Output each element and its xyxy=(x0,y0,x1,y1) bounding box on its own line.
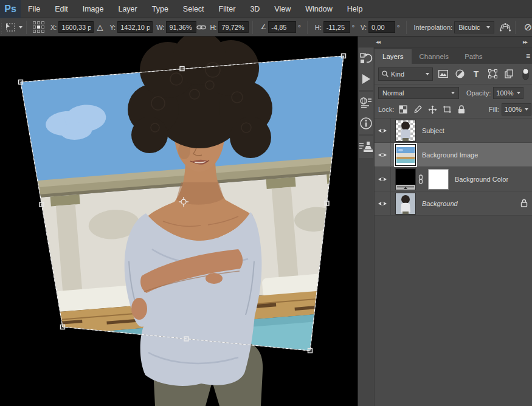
menu-bar: Ps File Edit Image Layer Type Select Fil… xyxy=(0,0,532,18)
layer-lock-icon xyxy=(520,199,528,208)
y-position-input[interactable] xyxy=(117,21,153,33)
cancel-transform-button[interactable]: ⊘ xyxy=(524,21,532,33)
x-label: X: xyxy=(50,24,57,31)
handle-top-left xyxy=(19,80,23,84)
fill-layer-thumbnail[interactable] xyxy=(395,168,416,190)
libraries-panel-icon[interactable] xyxy=(359,95,373,110)
menu-select[interactable]: Select xyxy=(176,0,212,18)
maintain-aspect-ratio-link-icon[interactable] xyxy=(196,20,206,35)
filter-pixel-layers-icon[interactable] xyxy=(437,68,449,80)
blend-mode-row: Normal Opacity: 100% xyxy=(375,84,532,101)
menu-file[interactable]: File xyxy=(21,0,47,18)
degree-symbol: ° xyxy=(298,24,300,31)
layers-panel-empty-area xyxy=(375,216,532,406)
chevron-down-icon xyxy=(451,92,455,94)
vskew-label: V: xyxy=(361,24,367,31)
tool-presets-panel-icon[interactable] xyxy=(359,140,373,154)
visibility-eye-icon[interactable] xyxy=(375,119,391,143)
layer-row-background-image[interactable]: Background Image xyxy=(375,143,532,167)
vertical-skew-input[interactable] xyxy=(368,21,395,33)
tab-paths[interactable]: Paths xyxy=(457,49,490,64)
chevron-down-icon xyxy=(486,26,490,29)
fill-value-dropdown[interactable]: 100% xyxy=(502,103,531,115)
info-panel-icon[interactable] xyxy=(359,116,373,131)
menu-window[interactable]: Window xyxy=(298,0,339,18)
history-panel-icon[interactable] xyxy=(359,51,373,66)
layer-thumbnail[interactable] xyxy=(395,193,416,215)
menu-view[interactable]: View xyxy=(267,0,298,18)
filter-kind-dropdown[interactable]: Kind xyxy=(378,67,433,81)
layer-row-background-color[interactable]: Background Color xyxy=(375,167,532,191)
fill-label: Fill: xyxy=(489,106,499,113)
warp-mode-toggle-icon[interactable] xyxy=(499,20,511,35)
relative-positioning-button[interactable]: △ xyxy=(94,22,106,32)
lock-label: Lock: xyxy=(378,106,394,113)
filter-type-layers-icon[interactable]: T xyxy=(470,68,482,80)
y-label: Y: xyxy=(109,24,116,31)
opacity-value-dropdown[interactable]: 100% xyxy=(493,87,523,99)
panel-tabs: Layers Channels Paths ≡ xyxy=(375,47,532,64)
interpolation-label: Interpolation: xyxy=(414,24,453,31)
blend-mode-dropdown[interactable]: Normal xyxy=(378,87,459,99)
x-position-input[interactable] xyxy=(58,21,94,33)
search-icon xyxy=(382,71,389,77)
menu-edit[interactable]: Edit xyxy=(47,0,75,18)
lock-row: Lock: xyxy=(375,101,532,119)
menu-image[interactable]: Image xyxy=(75,0,111,18)
filter-adjustment-layers-icon[interactable] xyxy=(454,68,466,80)
layer-mask-thumbnail[interactable] xyxy=(428,169,449,190)
collapse-panels-icon[interactable]: ◂◂ xyxy=(358,39,382,45)
actions-panel-icon[interactable] xyxy=(359,72,373,86)
filter-shape-layers-icon[interactable] xyxy=(486,68,499,80)
horizontal-skew-input[interactable] xyxy=(323,21,350,33)
width-scale-input[interactable] xyxy=(166,21,196,33)
handle-bottom-mid xyxy=(184,337,188,341)
layer-filtering-toggle[interactable] xyxy=(519,68,531,80)
lock-position-icon[interactable] xyxy=(427,104,438,115)
free-transform-tool-icon[interactable] xyxy=(4,20,16,35)
tool-preset-chevron-icon[interactable] xyxy=(19,26,22,29)
menu-layer[interactable]: Layer xyxy=(111,0,144,18)
menu-help[interactable]: Help xyxy=(340,0,370,18)
handle-left-mid xyxy=(40,202,44,207)
lock-image-pixels-icon[interactable] xyxy=(412,104,423,115)
handle-top-mid xyxy=(180,67,184,71)
lock-all-icon[interactable] xyxy=(456,104,467,115)
panel-menu-icon[interactable]: ≡ xyxy=(526,52,532,64)
width-label: W: xyxy=(156,24,164,31)
transform-options-bar: X: △ Y: W: H: ∠ ° H: ° V: ° Interpolatio… xyxy=(0,18,532,36)
visibility-eye-icon[interactable] xyxy=(375,191,391,216)
layer-row-background[interactable]: Background xyxy=(375,191,532,216)
lock-artboard-nesting-icon[interactable] xyxy=(441,104,452,115)
handle-bottom-left xyxy=(61,325,65,329)
tab-channels[interactable]: Channels xyxy=(412,49,457,64)
hskew-label: H: xyxy=(315,24,322,31)
height-label: H: xyxy=(210,24,216,31)
document-canvas[interactable] xyxy=(0,36,358,406)
tab-layers[interactable]: Layers xyxy=(375,49,412,64)
handle-bottom-right xyxy=(308,349,313,353)
layers-panel: Layers Channels Paths ≡ Kind xyxy=(374,47,532,406)
lock-transparency-icon[interactable] xyxy=(398,104,409,115)
layer-mask-link-icon[interactable] xyxy=(417,174,424,184)
optionsbar-grip[interactable] xyxy=(1,21,2,34)
dock-header: ◂◂ ▸▸ xyxy=(358,36,532,47)
collapsed-panels-strip xyxy=(358,47,374,406)
visibility-eye-icon[interactable] xyxy=(375,143,391,167)
expand-panels-icon[interactable]: ▸▸ xyxy=(523,39,532,45)
filter-smart-objects-icon[interactable] xyxy=(503,68,515,80)
subject-layer-art xyxy=(125,36,272,406)
layer-row-subject[interactable]: Subject xyxy=(375,119,532,143)
rotation-input[interactable] xyxy=(268,21,296,33)
menu-filter[interactable]: Filter xyxy=(212,0,243,18)
visibility-eye-icon[interactable] xyxy=(375,167,391,191)
height-scale-input[interactable] xyxy=(218,21,249,33)
rotate-angle-icon: ∠ xyxy=(260,23,266,31)
layer-thumbnail-selected[interactable] xyxy=(395,144,416,166)
menu-type[interactable]: Type xyxy=(145,0,176,18)
layer-thumbnail[interactable] xyxy=(395,120,416,142)
reference-point-locator[interactable] xyxy=(33,21,44,33)
handle-right-mid xyxy=(325,201,329,205)
interpolation-dropdown[interactable]: Bicubic xyxy=(454,21,494,33)
menu-3d[interactable]: 3D xyxy=(243,0,267,18)
